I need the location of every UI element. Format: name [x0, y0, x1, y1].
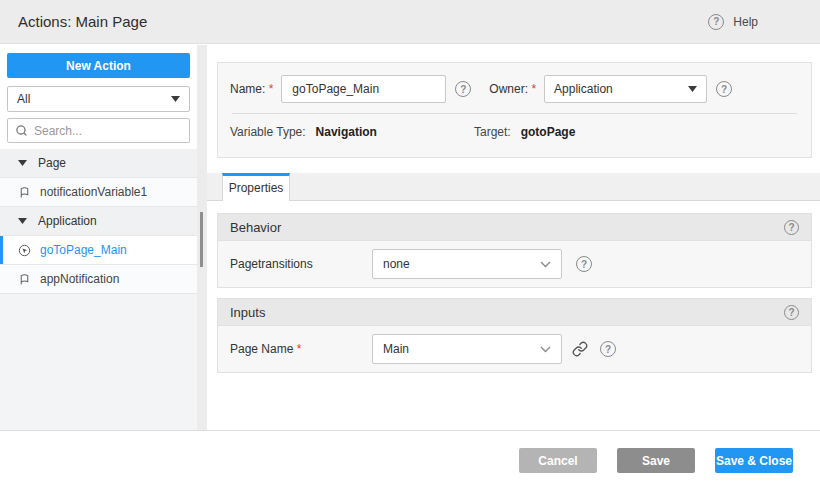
tree-group-label: Application — [38, 214, 97, 228]
inputs-section: Inputs ? Page Name * Main ? — [217, 298, 812, 373]
search-input[interactable] — [34, 124, 174, 138]
inputs-help-icon[interactable]: ? — [784, 305, 799, 320]
tree-item-label: goToPage_Main — [40, 243, 127, 257]
page-name-dropdown[interactable]: Main — [372, 334, 562, 364]
variable-type-field: Variable Type: Navigation — [230, 125, 377, 139]
behavior-section-header: Behavior ? — [218, 214, 811, 241]
pagetransitions-help-icon[interactable]: ? — [576, 256, 592, 272]
required-asterisk: * — [531, 82, 536, 96]
tab-properties[interactable]: Properties — [222, 173, 290, 201]
tree-item-label: appNotification — [40, 272, 119, 286]
page-name-help-icon[interactable]: ? — [600, 341, 616, 357]
chevron-down-icon — [171, 96, 180, 102]
name-help-icon[interactable]: ? — [455, 81, 471, 97]
help-button[interactable]: ? Help — [708, 14, 758, 30]
tab-strip-border — [207, 200, 820, 201]
action-detail-panel: Name: * ? Owner: * Application ? Variabl… — [207, 45, 820, 430]
chevron-down-icon — [688, 86, 697, 92]
name-label: Name: * — [230, 82, 273, 96]
owner-help-icon[interactable]: ? — [716, 81, 732, 97]
tree-item-label: notificationVariable1 — [40, 185, 147, 199]
actions-sidebar: New Action All Page — [0, 45, 197, 430]
chevron-down-icon — [540, 261, 551, 268]
help-label: Help — [733, 15, 758, 29]
target-label: Target: — [474, 125, 511, 139]
cancel-button[interactable]: Cancel — [519, 448, 597, 473]
caret-down-icon — [18, 218, 27, 224]
tree-group-application[interactable]: Application — [0, 207, 197, 236]
pagetransitions-label: Pagetransitions — [230, 257, 372, 271]
behavior-help-icon[interactable]: ? — [784, 220, 799, 235]
owner-dropdown-value: Application — [554, 82, 613, 96]
sidebar-scrollbar-thumb[interactable] — [200, 212, 203, 267]
page-title: Actions: Main Page — [18, 13, 147, 30]
search-icon — [15, 124, 28, 137]
notification-variable-icon — [18, 186, 31, 199]
variable-type-value: Navigation — [316, 125, 377, 139]
actions-editor-window: Actions: Main Page ? Help New Action All — [0, 0, 820, 488]
actions-tree: Page notificationVariable1 Application — [0, 149, 197, 431]
goto-page-icon — [18, 244, 31, 257]
tree-group-page[interactable]: Page — [0, 149, 197, 178]
footer-buttons: Cancel Save Save & Close — [519, 448, 793, 473]
required-asterisk: * — [297, 342, 302, 356]
inputs-section-title: Inputs — [230, 305, 265, 320]
bind-link-icon[interactable] — [572, 341, 588, 357]
name-input[interactable] — [281, 75, 446, 103]
tree-item-notificationVariable1[interactable]: notificationVariable1 — [0, 178, 197, 207]
search-box — [7, 118, 190, 143]
owner-dropdown[interactable]: Application — [544, 75, 707, 103]
caret-down-icon — [18, 160, 27, 166]
target-field: Target: gotoPage — [474, 125, 575, 139]
pagetransitions-dropdown-value: none — [383, 257, 410, 271]
notification-variable-icon — [18, 273, 31, 286]
header-bar: Actions: Main Page ? Help — [0, 0, 820, 44]
help-icon: ? — [708, 14, 724, 30]
save-and-close-button[interactable]: Save & Close — [715, 448, 793, 473]
behavior-section: Behavior ? Pagetransitions none ? — [217, 213, 812, 288]
required-asterisk: * — [269, 82, 274, 96]
inputs-section-body: Page Name * Main ? — [218, 326, 811, 372]
tree-group-label: Page — [38, 156, 66, 170]
type-target-row: Variable Type: Navigation Target: gotoPa… — [218, 114, 811, 148]
filter-dropdown-value: All — [17, 92, 30, 106]
name-owner-row: Name: * ? Owner: * Application ? — [218, 63, 811, 107]
chevron-down-icon — [540, 346, 551, 353]
sidebar-scrollbar-track — [197, 45, 207, 430]
tree-item-appNotification[interactable]: appNotification — [0, 265, 197, 294]
owner-label: Owner: * — [489, 82, 536, 96]
tab-strip: Properties — [207, 173, 820, 201]
page-name-label: Page Name * — [230, 342, 372, 356]
variable-type-label: Variable Type: — [230, 125, 306, 139]
new-action-button[interactable]: New Action — [7, 53, 190, 78]
tree-empty-area — [0, 294, 197, 431]
page-name-dropdown-value: Main — [383, 342, 409, 356]
pagetransitions-dropdown[interactable]: none — [372, 249, 562, 279]
footer-bar: Cancel Save Save & Close — [0, 430, 820, 488]
behavior-section-title: Behavior — [230, 220, 281, 235]
inputs-section-header: Inputs ? — [218, 299, 811, 326]
action-summary-panel: Name: * ? Owner: * Application ? Variabl… — [217, 62, 812, 158]
filter-dropdown[interactable]: All — [7, 86, 190, 112]
save-button[interactable]: Save — [617, 448, 695, 473]
tree-item-goToPage_Main[interactable]: goToPage_Main — [0, 236, 197, 265]
behavior-section-body: Pagetransitions none ? — [218, 241, 811, 287]
target-value: gotoPage — [521, 125, 576, 139]
